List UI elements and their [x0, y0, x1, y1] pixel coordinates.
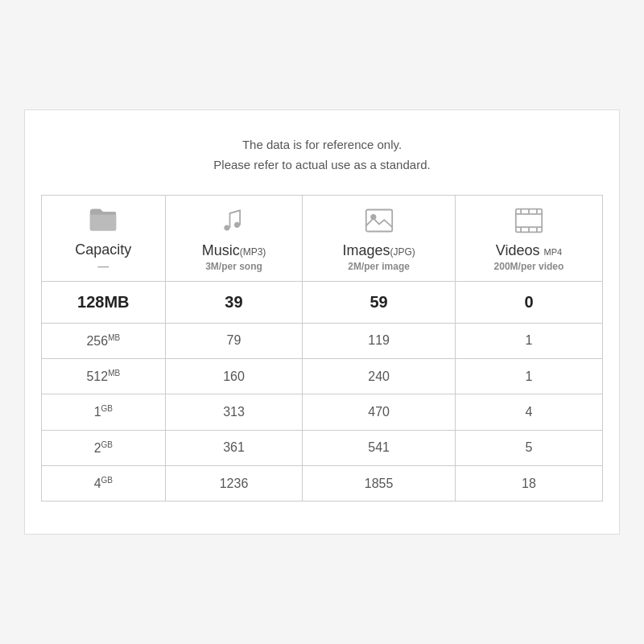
videos-cell: 1 [455, 323, 602, 358]
capacity-cell: 4GB [42, 465, 166, 501]
video-icon [462, 206, 596, 239]
capacity-table: Capacity — Music(MP3) [41, 195, 603, 502]
table-row: 2GB3615415 [42, 430, 603, 465]
header-images: Images(JPG) 2M/per image [303, 195, 456, 281]
disclaimer-line1: The data is for reference only. [41, 134, 603, 155]
header-capacity-subtitle: — [48, 260, 159, 273]
music-cell: 39 [165, 281, 303, 323]
folder-icon [48, 205, 159, 238]
videos-cell: 0 [455, 281, 602, 323]
table-row: 1GB3134704 [42, 394, 603, 430]
images-cell: 541 [303, 430, 456, 465]
images-cell: 59 [303, 281, 456, 323]
images-cell: 1855 [303, 465, 456, 501]
table-row: 512MB1602401 [42, 359, 603, 394]
header-videos-title: Videos MP4 [462, 242, 596, 259]
music-cell: 160 [165, 359, 303, 394]
svg-rect-0 [365, 209, 391, 231]
music-cell: 313 [165, 394, 303, 430]
videos-cell: 4 [455, 394, 602, 430]
images-cell: 470 [303, 394, 456, 430]
music-cell: 79 [165, 323, 303, 358]
header-capacity: Capacity — [42, 195, 166, 281]
capacity-cell: 512MB [42, 359, 166, 394]
disclaimer: The data is for reference only. Please r… [41, 134, 603, 175]
table-body: 128MB39590256MB791191512MB16024011GB3134… [42, 281, 603, 502]
images-cell: 240 [303, 359, 456, 394]
videos-cell: 1 [455, 359, 602, 394]
header-videos: Videos MP4 200M/per video [455, 195, 602, 281]
header-images-title: Images(JPG) [309, 242, 448, 259]
header-music-subtitle: 3M/per song [172, 261, 296, 272]
disclaimer-line2: Please refer to actual use as a standard… [41, 155, 603, 175]
card: The data is for reference only. Please r… [24, 109, 620, 535]
videos-cell: 18 [455, 465, 602, 501]
header-capacity-title: Capacity [48, 242, 159, 258]
table-row: 256MB791191 [42, 323, 603, 358]
music-icon [172, 206, 296, 239]
header-videos-subtitle: 200M/per video [462, 261, 596, 272]
table-header-row: Capacity — Music(MP3) [42, 195, 603, 281]
table-row: 4GB1236185518 [42, 465, 603, 501]
header-music-title: Music(MP3) [172, 242, 296, 259]
capacity-cell: 2GB [42, 430, 166, 465]
capacity-cell: 256MB [42, 323, 166, 358]
videos-cell: 5 [455, 430, 602, 465]
capacity-cell: 1GB [42, 394, 166, 430]
table-row: 128MB39590 [42, 281, 603, 323]
images-cell: 119 [303, 323, 456, 358]
image-icon [309, 206, 448, 239]
music-cell: 361 [165, 430, 303, 465]
music-cell: 1236 [165, 465, 303, 501]
header-music: Music(MP3) 3M/per song [165, 195, 303, 281]
header-images-subtitle: 2M/per image [309, 261, 448, 272]
capacity-cell: 128MB [42, 281, 166, 323]
